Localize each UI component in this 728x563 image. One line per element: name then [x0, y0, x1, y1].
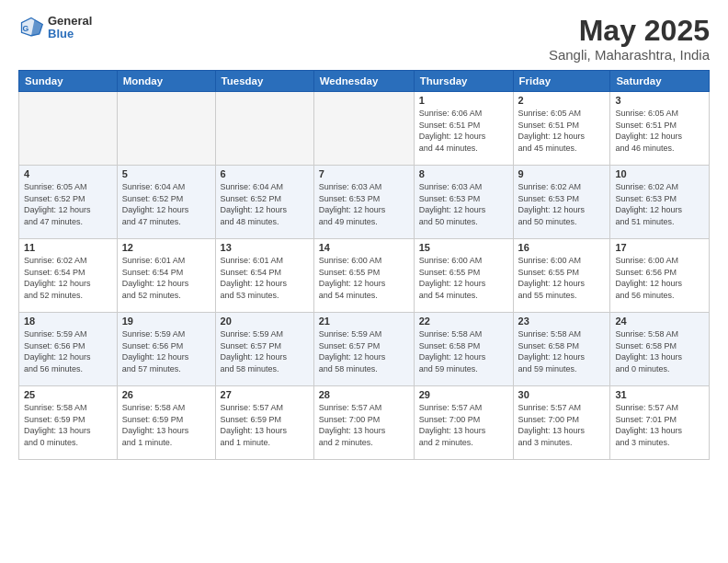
day-info: Sunrise: 5:57 AMSunset: 7:00 PMDaylight:…	[419, 402, 508, 448]
calendar-week-4: 18Sunrise: 5:59 AMSunset: 6:56 PMDayligh…	[19, 313, 710, 386]
day-number: 31	[615, 389, 704, 400]
day-number: 21	[319, 316, 409, 327]
table-row: 16Sunrise: 6:00 AMSunset: 6:55 PMDayligh…	[513, 239, 610, 313]
table-row: 27Sunrise: 5:57 AMSunset: 6:59 PMDayligh…	[215, 386, 313, 460]
day-info: Sunrise: 5:57 AMSunset: 6:59 PMDaylight:…	[221, 402, 309, 448]
calendar-week-3: 11Sunrise: 6:02 AMSunset: 6:54 PMDayligh…	[19, 239, 710, 313]
table-row: 15Sunrise: 6:00 AMSunset: 6:55 PMDayligh…	[414, 239, 513, 313]
day-info: Sunrise: 5:58 AMSunset: 6:59 PMDaylight:…	[24, 402, 112, 448]
calendar-header-row: Sunday Monday Tuesday Wednesday Thursday…	[19, 71, 710, 92]
day-number: 22	[419, 316, 508, 327]
day-number: 27	[221, 389, 309, 400]
table-row: 25Sunrise: 5:58 AMSunset: 6:59 PMDayligh…	[19, 386, 118, 460]
table-row: 11Sunrise: 6:02 AMSunset: 6:54 PMDayligh…	[19, 239, 118, 313]
table-row: 4Sunrise: 6:05 AMSunset: 6:52 PMDaylight…	[19, 166, 118, 239]
day-info: Sunrise: 6:03 AMSunset: 6:53 PMDaylight:…	[419, 181, 508, 227]
table-row: 5Sunrise: 6:04 AMSunset: 6:52 PMDaylight…	[117, 166, 215, 239]
day-info: Sunrise: 6:03 AMSunset: 6:53 PMDaylight:…	[319, 181, 409, 227]
col-friday: Friday	[513, 71, 610, 92]
day-number: 15	[419, 242, 508, 253]
table-row: 14Sunrise: 6:00 AMSunset: 6:55 PMDayligh…	[313, 239, 414, 313]
day-info: Sunrise: 6:02 AMSunset: 6:53 PMDaylight:…	[518, 181, 606, 227]
col-saturday: Saturday	[610, 71, 710, 92]
day-info: Sunrise: 6:02 AMSunset: 6:53 PMDaylight:…	[615, 181, 704, 227]
table-row: 9Sunrise: 6:02 AMSunset: 6:53 PMDaylight…	[513, 166, 610, 239]
day-number: 5	[122, 168, 210, 179]
col-wednesday: Wednesday	[313, 71, 414, 92]
day-info: Sunrise: 5:58 AMSunset: 6:59 PMDaylight:…	[122, 402, 210, 448]
day-number: 17	[615, 242, 704, 253]
table-row: 26Sunrise: 5:58 AMSunset: 6:59 PMDayligh…	[117, 386, 215, 460]
col-monday: Monday	[117, 71, 215, 92]
day-number: 4	[24, 168, 112, 179]
day-info: Sunrise: 6:01 AMSunset: 6:54 PMDaylight:…	[221, 255, 309, 301]
svg-text:G: G	[22, 24, 28, 33]
calendar-week-2: 4Sunrise: 6:05 AMSunset: 6:52 PMDaylight…	[19, 166, 710, 239]
day-number: 14	[319, 242, 409, 253]
day-number: 1	[419, 95, 508, 106]
table-row: 30Sunrise: 5:57 AMSunset: 7:00 PMDayligh…	[513, 386, 610, 460]
day-info: Sunrise: 6:01 AMSunset: 6:54 PMDaylight:…	[122, 255, 210, 301]
day-info: Sunrise: 6:05 AMSunset: 6:51 PMDaylight:…	[615, 108, 704, 154]
table-row: 28Sunrise: 5:57 AMSunset: 7:00 PMDayligh…	[313, 386, 414, 460]
day-info: Sunrise: 5:58 AMSunset: 6:58 PMDaylight:…	[419, 328, 508, 374]
table-row: 24Sunrise: 5:58 AMSunset: 6:58 PMDayligh…	[610, 313, 710, 386]
table-row: 21Sunrise: 5:59 AMSunset: 6:57 PMDayligh…	[313, 313, 414, 386]
table-row: 23Sunrise: 5:58 AMSunset: 6:58 PMDayligh…	[513, 313, 610, 386]
day-number: 29	[419, 389, 508, 400]
table-row: 3Sunrise: 6:05 AMSunset: 6:51 PMDaylight…	[610, 92, 710, 166]
day-info: Sunrise: 5:59 AMSunset: 6:57 PMDaylight:…	[221, 328, 309, 374]
day-number: 19	[122, 316, 210, 327]
table-row	[215, 92, 313, 166]
table-row: 10Sunrise: 6:02 AMSunset: 6:53 PMDayligh…	[610, 166, 710, 239]
day-info: Sunrise: 6:02 AMSunset: 6:54 PMDaylight:…	[24, 255, 112, 301]
table-row: 22Sunrise: 5:58 AMSunset: 6:58 PMDayligh…	[414, 313, 513, 386]
day-number: 16	[518, 242, 606, 253]
day-info: Sunrise: 6:00 AMSunset: 6:56 PMDaylight:…	[615, 255, 704, 301]
day-number: 11	[24, 242, 112, 253]
table-row	[313, 92, 414, 166]
day-info: Sunrise: 6:05 AMSunset: 6:52 PMDaylight:…	[24, 181, 112, 227]
calendar-table: Sunday Monday Tuesday Wednesday Thursday…	[18, 70, 710, 460]
table-row: 19Sunrise: 5:59 AMSunset: 6:56 PMDayligh…	[117, 313, 215, 386]
logo: G General Blue	[18, 15, 92, 41]
day-number: 24	[615, 316, 704, 327]
day-info: Sunrise: 5:57 AMSunset: 7:00 PMDaylight:…	[319, 402, 409, 448]
logo-text: General Blue	[48, 15, 92, 41]
table-row: 8Sunrise: 6:03 AMSunset: 6:53 PMDaylight…	[414, 166, 513, 239]
day-info: Sunrise: 5:59 AMSunset: 6:57 PMDaylight:…	[319, 328, 409, 374]
day-number: 8	[419, 168, 508, 179]
day-info: Sunrise: 6:05 AMSunset: 6:51 PMDaylight:…	[518, 108, 606, 154]
page: G General Blue May 2025 Sangli, Maharash…	[0, 0, 728, 563]
title-month: May 2025	[549, 15, 710, 47]
day-number: 12	[122, 242, 210, 253]
day-number: 25	[24, 389, 112, 400]
day-number: 26	[122, 389, 210, 400]
day-info: Sunrise: 6:06 AMSunset: 6:51 PMDaylight:…	[419, 108, 508, 154]
day-info: Sunrise: 5:58 AMSunset: 6:58 PMDaylight:…	[615, 328, 704, 374]
day-number: 13	[221, 242, 309, 253]
day-info: Sunrise: 6:00 AMSunset: 6:55 PMDaylight:…	[319, 255, 409, 301]
title-block: May 2025 Sangli, Maharashtra, India	[549, 15, 710, 63]
table-row: 18Sunrise: 5:59 AMSunset: 6:56 PMDayligh…	[19, 313, 118, 386]
table-row	[117, 92, 215, 166]
day-number: 28	[319, 389, 409, 400]
logo-general-text: General	[48, 15, 92, 28]
table-row: 12Sunrise: 6:01 AMSunset: 6:54 PMDayligh…	[117, 239, 215, 313]
table-row: 1Sunrise: 6:06 AMSunset: 6:51 PMDaylight…	[414, 92, 513, 166]
day-number: 3	[615, 95, 704, 106]
col-sunday: Sunday	[19, 71, 118, 92]
day-info: Sunrise: 5:57 AMSunset: 7:01 PMDaylight:…	[615, 402, 704, 448]
day-number: 18	[24, 316, 112, 327]
day-number: 20	[221, 316, 309, 327]
col-tuesday: Tuesday	[215, 71, 313, 92]
table-row: 17Sunrise: 6:00 AMSunset: 6:56 PMDayligh…	[610, 239, 710, 313]
day-info: Sunrise: 6:04 AMSunset: 6:52 PMDaylight:…	[122, 181, 210, 227]
day-number: 10	[615, 168, 704, 179]
day-number: 2	[518, 95, 606, 106]
table-row: 2Sunrise: 6:05 AMSunset: 6:51 PMDaylight…	[513, 92, 610, 166]
table-row: 7Sunrise: 6:03 AMSunset: 6:53 PMDaylight…	[313, 166, 414, 239]
table-row: 31Sunrise: 5:57 AMSunset: 7:01 PMDayligh…	[610, 386, 710, 460]
col-thursday: Thursday	[414, 71, 513, 92]
table-row: 13Sunrise: 6:01 AMSunset: 6:54 PMDayligh…	[215, 239, 313, 313]
